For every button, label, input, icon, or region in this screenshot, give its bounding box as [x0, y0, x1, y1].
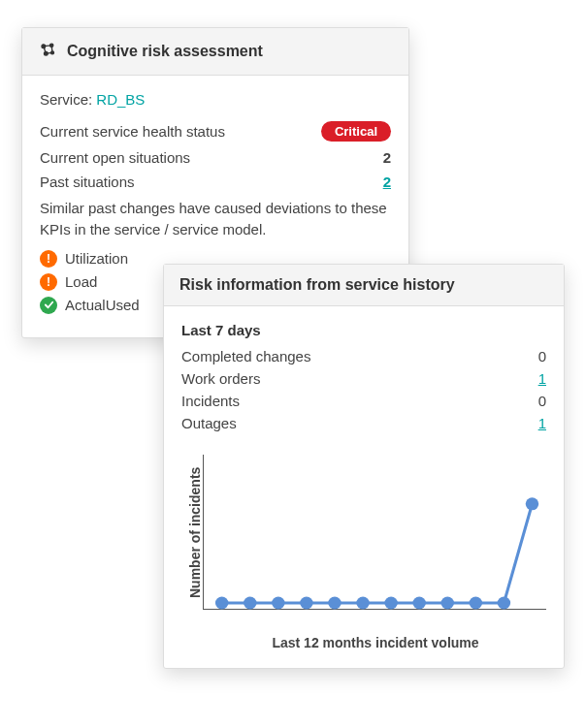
card-title: Cognitive risk assessment	[67, 43, 263, 60]
svg-point-18	[498, 597, 510, 610]
service-line: Service: RD_BS	[40, 91, 391, 108]
completed-changes-row: Completed changes 0	[181, 348, 546, 364]
svg-line-4	[44, 46, 51, 47]
chart-y-axis-label: Number of incidents	[181, 455, 203, 610]
card-title: Risk information from service history	[179, 276, 455, 294]
row-value-link[interactable]: 1	[538, 370, 546, 387]
row-label: Outages	[181, 415, 237, 431]
svg-point-11	[300, 597, 312, 610]
kpi-label: Utilization	[65, 250, 128, 267]
svg-point-8	[215, 597, 228, 610]
kpi-label: ActualUsed	[65, 297, 140, 313]
row-label: Work orders	[181, 370, 260, 387]
svg-point-15	[412, 597, 425, 610]
risk-history-card: Risk information from service history La…	[163, 264, 565, 669]
card-body: Last 7 days Completed changes 0 Work ord…	[164, 306, 564, 668]
svg-point-16	[441, 597, 454, 610]
svg-point-19	[526, 497, 538, 510]
incidents-row: Incidents 0	[181, 393, 546, 409]
warning-icon	[40, 250, 57, 268]
svg-point-12	[328, 597, 341, 610]
checkmark-icon	[40, 297, 57, 314]
svg-point-17	[470, 597, 482, 610]
outages-row: Outages 1	[181, 415, 546, 431]
service-label: Service:	[40, 91, 92, 108]
warning-icon	[40, 273, 57, 291]
chart-svg	[204, 455, 546, 609]
past-situations-row: Past situations 2	[40, 174, 391, 190]
open-situations-row: Current open situations 2	[40, 149, 391, 166]
incident-volume-chart	[203, 455, 546, 610]
status-label: Current service health status	[40, 123, 321, 140]
row-value-link[interactable]: 1	[538, 415, 546, 431]
kpi-label: Load	[65, 273, 97, 290]
svg-line-6	[51, 46, 52, 53]
card-header: Risk information from service history	[164, 265, 564, 306]
svg-point-10	[272, 597, 284, 610]
past-situations-label: Past situations	[40, 174, 383, 190]
kpi-description: Similar past changes have caused deviati…	[40, 198, 391, 240]
service-link[interactable]: RD_BS	[96, 91, 145, 108]
open-situations-value: 2	[383, 149, 391, 166]
row-value: 0	[538, 348, 546, 364]
svg-point-14	[384, 597, 397, 610]
svg-point-13	[356, 597, 369, 610]
open-situations-label: Current open situations	[40, 149, 383, 166]
row-label: Completed changes	[181, 348, 310, 364]
status-badge: Critical	[321, 121, 391, 142]
row-label: Incidents	[181, 393, 240, 409]
card-header: Cognitive risk assessment	[22, 28, 408, 76]
work-orders-row: Work orders 1	[181, 370, 546, 387]
past-situations-link[interactable]: 2	[383, 174, 391, 190]
status-row: Current service health status Critical	[40, 121, 391, 142]
row-value: 0	[538, 393, 546, 409]
last-7-days-title: Last 7 days	[181, 322, 546, 338]
svg-point-9	[244, 597, 256, 610]
chart-container: Number of incidents	[181, 455, 546, 610]
svg-line-7	[46, 52, 52, 53]
chart-x-axis-label: Last 12 months incident volume	[205, 635, 546, 650]
cognitive-icon	[38, 40, 57, 63]
